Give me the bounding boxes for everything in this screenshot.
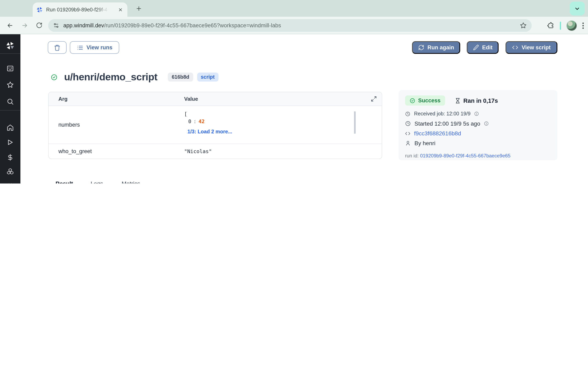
sidebar-item-schedules[interactable] bbox=[0, 180, 20, 184]
page-title: u/henri/demo_script bbox=[64, 71, 157, 83]
received-job: Received job: 12:00 19/9 bbox=[414, 111, 471, 117]
view-runs-button[interactable]: View runs bbox=[70, 41, 119, 54]
back-button[interactable] bbox=[5, 20, 15, 30]
table-row-who-to-greet: who_to_greet "Nicolas" bbox=[49, 144, 382, 159]
site-info-icon[interactable] bbox=[53, 22, 59, 29]
hourglass-icon bbox=[455, 98, 461, 103]
duration: Ran in 0,17s bbox=[455, 97, 498, 104]
clock-icon bbox=[405, 111, 410, 117]
load-more-link[interactable]: 1/3: Load 2 more... bbox=[187, 129, 232, 134]
cell-scrollbar[interactable] bbox=[354, 111, 356, 134]
windmill-logo-icon[interactable] bbox=[0, 40, 20, 52]
script-hash-badge: 616b8d bbox=[168, 73, 193, 82]
view-script-label: View script bbox=[522, 44, 551, 50]
tab-search-chevron-button[interactable] bbox=[570, 2, 585, 16]
json-open-bracket: [ bbox=[184, 111, 187, 117]
arg-name: numbers bbox=[58, 122, 80, 128]
status-label: Success bbox=[418, 98, 441, 104]
code-icon bbox=[405, 131, 410, 136]
clock-icon bbox=[405, 121, 411, 126]
script-type-badge: script bbox=[197, 73, 218, 82]
browser-tab-bar: Run 019209b9-89e0-f29f-4c bbox=[0, 0, 588, 17]
screenshot-root: Run 019209b9-89e0-f29f-4c app.windmill.d… bbox=[0, 0, 588, 184]
json-number-value: 42 bbox=[199, 118, 205, 124]
user-icon bbox=[405, 140, 411, 146]
run-id-line: run id: 019209b9-89e0-f29f-4c55-667baece… bbox=[405, 153, 551, 159]
run-again-label: Run again bbox=[428, 44, 454, 50]
url-path: /run/019209b9-89e0-f29f-4c55-667baece9e6… bbox=[104, 22, 281, 29]
extensions-icon[interactable] bbox=[547, 22, 554, 29]
tab-title: Run 019209b9-89e0-f29f-4c bbox=[46, 7, 108, 12]
sidebar-item-home[interactable] bbox=[0, 122, 20, 134]
args-table-header: Arg Value bbox=[49, 92, 382, 106]
sidebar-item-variables[interactable] bbox=[0, 151, 20, 164]
json-colon: : bbox=[191, 118, 199, 124]
json-array-item: 0:42 bbox=[188, 118, 205, 124]
sidebar-item-search[interactable] bbox=[0, 95, 20, 108]
profile-avatar[interactable] bbox=[566, 20, 577, 31]
delete-run-button[interactable] bbox=[48, 41, 67, 54]
run-header: u/henri/demo_script 616b8d script bbox=[51, 70, 218, 84]
sidebar-item-resources[interactable] bbox=[0, 166, 20, 178]
forward-button[interactable] bbox=[20, 20, 29, 30]
run-id-label: run id: bbox=[405, 153, 419, 159]
run-page: View runs Run again Edit View script bbox=[20, 34, 588, 184]
tab-logs[interactable]: Logs bbox=[83, 180, 111, 184]
sidebar-divider bbox=[0, 110, 20, 110]
tab-close-icon[interactable] bbox=[117, 6, 124, 13]
list-icon bbox=[77, 44, 83, 51]
script-hash-link[interactable]: f9cc3f6882616b8d bbox=[414, 130, 461, 137]
started-at: Started 12:00 19/9 5s ago bbox=[415, 120, 480, 127]
sidebar-item-runs[interactable] bbox=[0, 136, 20, 149]
tab-metrics[interactable]: Metrics bbox=[114, 180, 147, 184]
recording-indicator bbox=[560, 21, 561, 30]
status-badge: Success bbox=[405, 95, 445, 106]
expand-args-icon[interactable] bbox=[371, 96, 377, 102]
view-script-button[interactable]: View script bbox=[506, 41, 557, 54]
run-author: By henri bbox=[415, 140, 435, 146]
tab-result[interactable]: Result bbox=[48, 180, 80, 184]
browser-menu-icon[interactable] bbox=[582, 22, 584, 29]
address-bar[interactable]: app.windmill.dev/run/019209b9-89e0-f29f-… bbox=[48, 19, 532, 32]
browser-tab[interactable]: Run 019209b9-89e0-f29f-4c bbox=[33, 2, 127, 17]
refresh-icon bbox=[418, 44, 424, 50]
table-row-numbers: numbers [ 0:42 1/3: Load 2 more... bbox=[49, 106, 382, 144]
sidebar-item-favorites[interactable] bbox=[0, 79, 20, 91]
pencil-icon bbox=[473, 44, 479, 50]
info-icon bbox=[484, 121, 489, 126]
info-icon bbox=[474, 111, 479, 116]
json-index: 0 bbox=[188, 118, 191, 124]
view-runs-label: View runs bbox=[86, 44, 112, 50]
reload-button[interactable] bbox=[34, 20, 44, 30]
arg-name: who_to_greet bbox=[58, 148, 92, 154]
sidebar-item-apps[interactable] bbox=[0, 62, 20, 75]
result-tabs: Result Logs Metrics bbox=[48, 180, 557, 184]
bookmark-star-icon[interactable] bbox=[520, 22, 527, 29]
windmill-favicon-icon bbox=[36, 6, 43, 13]
url-host: app.windmill.dev bbox=[63, 22, 104, 29]
new-tab-button[interactable] bbox=[135, 4, 143, 13]
url-text[interactable]: app.windmill.dev/run/019209b9-89e0-f29f-… bbox=[63, 22, 281, 29]
run-again-button[interactable]: Run again bbox=[412, 41, 460, 54]
edit-button[interactable]: Edit bbox=[467, 41, 499, 54]
col-arg: Arg bbox=[58, 96, 68, 102]
edit-label: Edit bbox=[482, 44, 493, 50]
code-icon bbox=[512, 44, 518, 50]
args-table: Arg Value numbers [ 0:42 1/3: Load 2 mor… bbox=[48, 92, 382, 159]
sidebar-divider bbox=[0, 53, 20, 54]
col-value: Value bbox=[184, 96, 198, 102]
success-check-icon bbox=[51, 74, 58, 81]
arg-value: "Nicolas" bbox=[184, 148, 212, 154]
app-sidebar bbox=[0, 34, 20, 184]
run-info-panel: Success Ran in 0,17s Received job: 12:00… bbox=[398, 90, 557, 160]
duration-label: Ran in 0,17s bbox=[463, 97, 498, 104]
run-id-link[interactable]: 019209b9-89e0-f29f-4c55-667baece9e65 bbox=[420, 153, 510, 159]
